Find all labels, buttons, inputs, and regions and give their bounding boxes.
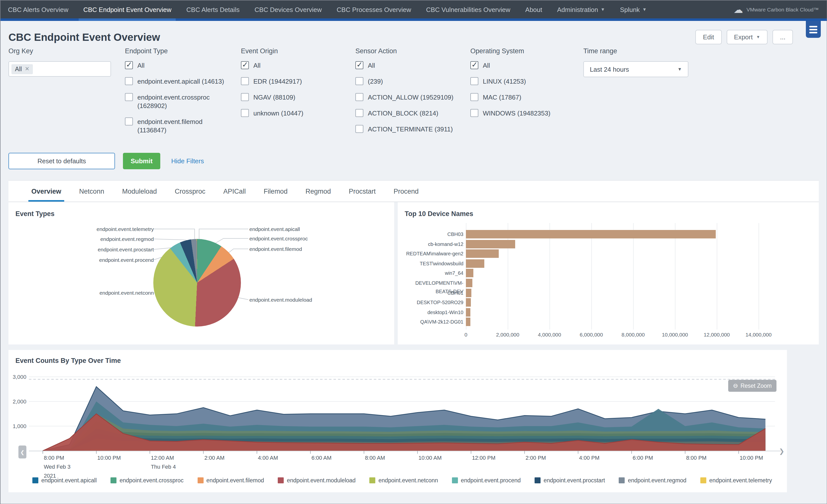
checkbox-icon[interactable]: [241, 77, 249, 85]
tab-apicall[interactable]: APICall: [214, 181, 255, 202]
checkbox-endpoint-event-crossproc-1628902-[interactable]: endpoint.event.crossproc (1628902): [125, 93, 232, 110]
checkbox-icon[interactable]: [125, 77, 133, 85]
org-key-chip[interactable]: All ✕: [11, 64, 33, 74]
checkbox-edr-19442917-[interactable]: EDR (19442917): [241, 77, 348, 86]
checkbox-unknown-10447-[interactable]: unknown (10447): [241, 109, 348, 117]
checkbox-icon[interactable]: [125, 117, 133, 125]
export-button[interactable]: Export▼: [726, 30, 768, 44]
org-key-input[interactable]: All ✕: [8, 61, 111, 77]
svg-text:10:00 PM: 10:00 PM: [740, 455, 763, 461]
tab-overview[interactable]: Overview: [22, 181, 70, 202]
bar-desktop1-win10[interactable]: [466, 308, 470, 316]
nav-tab-cbc-endpoint-event-overview[interactable]: CBC Endpoint Event Overview: [76, 0, 179, 18]
nav-tab-cbc-vulnerabilities-overview[interactable]: CBC Vulnerabilities Overview: [419, 0, 518, 18]
checkbox-icon[interactable]: [355, 125, 363, 133]
edit-button[interactable]: Edit: [695, 30, 722, 44]
more-button[interactable]: ...: [773, 30, 793, 44]
nav-tab-administration[interactable]: Administration▼: [550, 0, 613, 18]
operating-system-label: Operating System: [470, 47, 580, 55]
checkbox-checked-icon[interactable]: [355, 61, 363, 69]
reset-zoom-button[interactable]: ⊖ Reset Zoom: [728, 380, 776, 392]
checkbox-icon[interactable]: [241, 109, 249, 117]
tab-regmod[interactable]: Regmod: [296, 181, 340, 202]
checkbox-checked-icon[interactable]: [125, 61, 133, 69]
scroll-right-icon[interactable]: ❯: [779, 448, 784, 455]
bar-axis-tick: 8,000,000: [622, 332, 644, 338]
top-nav: CBC Alerts OverviewCBC Endpoint Event Ov…: [0, 0, 827, 18]
bar-development-vm-beats-dev[interactable]: [466, 279, 472, 287]
tab-netconn[interactable]: Netconn: [70, 181, 113, 202]
legend-item-procstart[interactable]: endpoint.event.procstart: [535, 477, 605, 483]
remove-chip-icon[interactable]: ✕: [25, 66, 29, 72]
checkbox-mac-17867-[interactable]: MAC (17867): [470, 93, 580, 102]
tab-moduleload[interactable]: Moduleload: [113, 181, 166, 202]
tab-crossproc[interactable]: Crossproc: [166, 181, 214, 202]
hamburger-menu-icon[interactable]: [806, 21, 821, 38]
legend-item-filemod[interactable]: endpoint.event.filemod: [197, 477, 264, 483]
nav-tab-cbc-processes-overview[interactable]: CBC Processes Overview: [329, 0, 419, 18]
checkbox-checked-icon[interactable]: [241, 61, 249, 69]
checkbox-action-allow-19529109-[interactable]: ACTION_ALLOW (19529109): [355, 93, 465, 102]
legend-item-telemetry[interactable]: endpoint.event.telemetry: [700, 477, 772, 483]
nav-tab-cbc-alerts-overview[interactable]: CBC Alerts Overview: [0, 0, 76, 18]
checkbox-ngav-88109-[interactable]: NGAV (88109): [241, 93, 348, 102]
checkbox-all[interactable]: All: [241, 61, 348, 70]
reset-to-defaults-button[interactable]: Reset to defaults: [8, 153, 115, 169]
event-origin-label: Event Origin: [241, 47, 348, 55]
bar-qa-vm-2k12-dg01[interactable]: [466, 318, 470, 326]
nav-tab-cbc-devices-overview[interactable]: CBC Devices Overview: [247, 0, 329, 18]
checkbox-checked-icon[interactable]: [470, 61, 478, 69]
bar-test-windowsbuild[interactable]: [466, 259, 484, 268]
tab-filemod[interactable]: Filemod: [255, 181, 296, 202]
legend-item-regmod[interactable]: endpoint.event.regmod: [619, 477, 686, 483]
tab-procend[interactable]: Procend: [385, 181, 428, 202]
legend-item-netconn[interactable]: endpoint.event.netconn: [370, 477, 438, 483]
legend-item-crossproc[interactable]: endpoint.event.crossproc: [110, 477, 183, 483]
legend-item-procend[interactable]: endpoint.event.procend: [452, 477, 521, 483]
checkbox-linux-41253-[interactable]: LINUX (41253): [470, 77, 580, 86]
checkbox-windows-19482353-[interactable]: WINDOWS (19482353): [470, 109, 580, 117]
checkbox-icon[interactable]: [355, 109, 363, 117]
checkbox-icon[interactable]: [470, 109, 478, 117]
bar-cb-komand-w12[interactable]: [466, 240, 515, 248]
tab-procstart[interactable]: Procstart: [340, 181, 385, 202]
bar-category-label: DESKTOP-520RO29: [399, 298, 464, 307]
checkbox-icon[interactable]: [470, 93, 478, 101]
submit-button[interactable]: Submit: [123, 153, 160, 169]
scroll-left-icon[interactable]: ❮: [18, 446, 27, 458]
top-devices-bar-chart[interactable]: 02,000,0004,000,0006,000,0008,000,00010,…: [398, 222, 819, 345]
bar-desktop-520ro29[interactable]: [466, 298, 471, 307]
legend-item-apicall[interactable]: endpoint.event.apicall: [32, 477, 97, 483]
checkbox-action-terminate-3911-[interactable]: ACTION_TERMINATE (3911): [355, 125, 465, 134]
checkbox-icon[interactable]: [355, 93, 363, 101]
time-range-dropdown[interactable]: Last 24 hours ▼: [583, 61, 688, 77]
checkbox-icon[interactable]: [470, 77, 478, 85]
bar-cbh01[interactable]: [466, 289, 471, 297]
event-types-pie-chart[interactable]: [153, 239, 241, 326]
nav-tab-about[interactable]: About: [518, 0, 550, 18]
filter-actions: Reset to defaults Submit Hide Filters: [0, 153, 827, 169]
bar-cbh03[interactable]: [466, 230, 716, 239]
bar-win7-64[interactable]: [466, 269, 473, 278]
bar-redteam-malware-gen2[interactable]: [466, 249, 498, 258]
brand: ☁ VMware Carbon Black Cloud™: [733, 0, 827, 18]
nav-tab-cbc-alerts-details[interactable]: CBC Alerts Details: [179, 0, 247, 18]
checkbox--239-[interactable]: (239): [355, 77, 465, 86]
nav-tab-splunk[interactable]: Splunk▼: [613, 0, 654, 18]
checkbox-all[interactable]: All: [355, 61, 465, 70]
checkbox-endpoint-event-filemod-1136847-[interactable]: endpoint.event.filemod (1136847): [125, 117, 232, 135]
zoom-out-icon: ⊖: [733, 382, 738, 389]
events-over-time-area-chart[interactable]: 1,0002,0003,0008:00 PM10:00 PM12:00 AM2:…: [8, 350, 787, 492]
bar-category-label: cb-komand-w12: [399, 240, 464, 248]
checkbox-icon[interactable]: [241, 93, 249, 101]
svg-text:2:00 AM: 2:00 AM: [204, 455, 225, 461]
checkbox-all[interactable]: All: [125, 61, 232, 70]
checkbox-all[interactable]: All: [470, 61, 580, 70]
checkbox-endpoint-event-apicall-14613-[interactable]: endpoint.event.apicall (14613): [125, 77, 232, 86]
svg-text:12:00 AM: 12:00 AM: [151, 455, 174, 461]
checkbox-action-block-8214-[interactable]: ACTION_BLOCK (8214): [355, 109, 465, 117]
hide-filters-link[interactable]: Hide Filters: [171, 157, 204, 165]
checkbox-icon[interactable]: [355, 77, 363, 85]
legend-item-moduleload[interactable]: endpoint.event.moduleload: [278, 477, 356, 483]
checkbox-icon[interactable]: [125, 93, 133, 101]
